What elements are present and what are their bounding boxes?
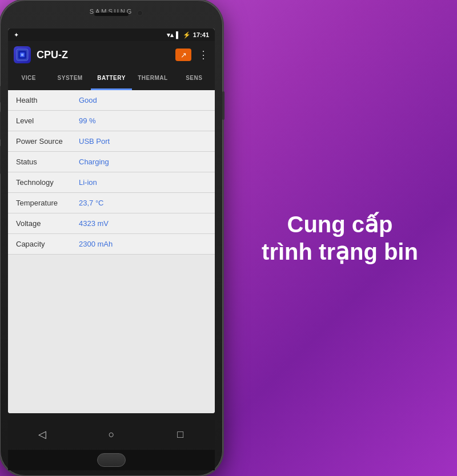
row-label-temperature: Temperature xyxy=(16,199,79,207)
status-left: ✦ xyxy=(14,31,19,39)
row-value-temperature: 23,7 °C xyxy=(79,199,104,207)
recents-button[interactable]: □ xyxy=(170,424,191,445)
bixby-button xyxy=(0,146,1,174)
row-value-technology: Li-ion xyxy=(79,178,97,187)
row-value-voltage: 4323 mV xyxy=(79,219,109,228)
time-display: 17:41 xyxy=(193,31,209,38)
header-icons: ↗ ⋮ xyxy=(175,49,209,61)
volume-down-button xyxy=(0,111,1,140)
row-label-health: Health xyxy=(16,96,79,104)
back-button[interactable]: ◁ xyxy=(32,424,53,445)
table-row: Technology Li-ion xyxy=(8,172,215,193)
speaker xyxy=(94,13,129,16)
tab-battery[interactable]: BATTERY xyxy=(91,68,132,90)
app-title: CPU-Z xyxy=(37,49,175,61)
signal-icon: ▌ xyxy=(176,31,181,38)
row-value-power-source: USB Port xyxy=(79,137,110,146)
row-label-power-source: Power Source xyxy=(16,137,79,146)
row-value-capacity: 2300 mAh xyxy=(79,240,113,248)
wifi-icon: ▾▴ xyxy=(167,31,174,39)
table-row: Voltage 4323 mV xyxy=(8,213,215,234)
tab-sensors[interactable]: SENS xyxy=(174,68,215,90)
status-right: ▾▴ ▌ ⚡ 17:41 xyxy=(167,31,209,39)
navigation-bar: ◁ ○ □ xyxy=(8,420,215,449)
table-row: Level 99 % xyxy=(8,111,215,131)
power-button xyxy=(222,91,225,120)
table-row: Temperature 23,7 °C xyxy=(8,193,215,213)
app-header: CPU-Z ↗ ⋮ xyxy=(8,41,215,68)
tab-bar: VICE SYSTEM BATTERY THERMAL SENS xyxy=(8,68,215,90)
app-icon xyxy=(14,46,31,63)
row-value-health: Good xyxy=(79,96,97,104)
row-label-technology: Technology xyxy=(16,178,79,187)
share-button[interactable]: ↗ xyxy=(175,49,191,61)
more-options-button[interactable]: ⋮ xyxy=(198,49,209,61)
promo-text-line1: Cung cấp xyxy=(287,211,393,238)
table-row: Capacity 2300 mAh xyxy=(8,234,215,255)
front-camera xyxy=(137,10,143,16)
right-text-area: Cung cấp trình trạng bin xyxy=(223,199,457,277)
phone-screen: ✦ ▾▴ ▌ ⚡ 17:41 CPU-Z ↗ xyxy=(8,29,215,413)
physical-home-button[interactable] xyxy=(97,453,126,467)
home-button[interactable]: ○ xyxy=(101,424,122,445)
row-label-capacity: Capacity xyxy=(16,240,79,248)
row-label-voltage: Voltage xyxy=(16,219,79,228)
phone-device: SAMSUNG ✦ ▾▴ ▌ ⚡ 17:41 xyxy=(0,0,223,476)
status-bar: ✦ ▾▴ ▌ ⚡ 17:41 xyxy=(8,29,215,41)
row-value-level: 99 % xyxy=(79,116,96,125)
volume-up-button xyxy=(0,86,1,103)
battery-content: Health Good Level 99 % Power Source USB … xyxy=(8,90,215,413)
tab-thermal[interactable]: THERMAL xyxy=(132,68,173,90)
table-row: Health Good xyxy=(8,90,215,111)
row-value-status: Charging xyxy=(79,158,109,166)
share-icon: ↗ xyxy=(181,51,187,59)
promo-text-line2: trình trạng bin xyxy=(262,238,418,265)
phone-bottom-bar xyxy=(8,450,215,470)
row-label-status: Status xyxy=(16,158,79,166)
svg-rect-3 xyxy=(21,54,23,56)
battery-charging-icon: ⚡ xyxy=(183,31,191,39)
table-row: Status Charging xyxy=(8,152,215,172)
tab-vice[interactable]: VICE xyxy=(8,68,49,90)
row-label-level: Level xyxy=(16,116,79,125)
table-row: Power Source USB Port xyxy=(8,131,215,152)
notification-icon: ✦ xyxy=(14,31,19,39)
tab-system[interactable]: SYSTEM xyxy=(49,68,90,90)
